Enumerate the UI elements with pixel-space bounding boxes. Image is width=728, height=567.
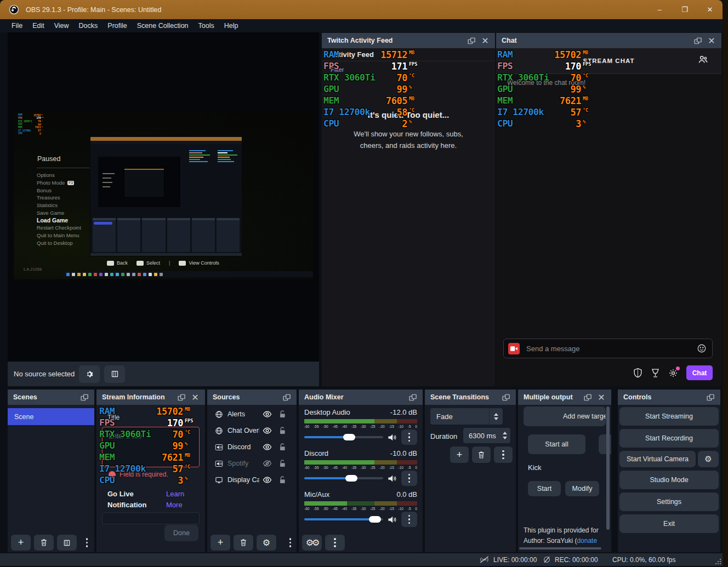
scenes-more-button[interactable]: [86, 538, 88, 547]
add-transition-button[interactable]: +: [450, 446, 469, 463]
start-virtual-camera-button[interactable]: Start Virtual Camera: [619, 451, 696, 467]
popout-icon[interactable]: [408, 393, 417, 401]
channel-options-button[interactable]: [401, 471, 417, 486]
viewers-icon[interactable]: [698, 55, 708, 64]
transitions-dock-header[interactable]: Scene Transitions: [425, 390, 516, 405]
volume-slider[interactable]: [304, 436, 383, 438]
visibility-toggle[interactable]: [261, 443, 272, 451]
remove-scene-button[interactable]: [34, 535, 54, 551]
popout-icon[interactable]: [282, 393, 291, 401]
done-button[interactable]: Done: [164, 525, 198, 541]
popout-icon[interactable]: [706, 393, 715, 401]
popout-icon[interactable]: [467, 37, 476, 44]
mute-toggle-icon[interactable]: [388, 433, 397, 442]
start-recording-button[interactable]: Start Recording: [619, 429, 719, 448]
title-input-invalid[interactable]: [102, 427, 200, 467]
maximize-button[interactable]: ❐: [672, 0, 697, 19]
add-scene-button[interactable]: +: [11, 535, 31, 551]
source-row[interactable]: Alerts: [207, 406, 297, 422]
visibility-toggle[interactable]: [261, 410, 272, 418]
mute-toggle-icon[interactable]: [388, 516, 397, 524]
notification-dropdown[interactable]: [102, 512, 200, 524]
info-dock-header[interactable]: Stream Information ✕: [96, 390, 205, 405]
target-start-button[interactable]: Start: [528, 481, 561, 496]
feed-filter[interactable]: Filter: [331, 66, 344, 73]
visibility-toggle[interactable]: [261, 427, 272, 434]
emote-icon[interactable]: [697, 343, 707, 353]
lock-toggle[interactable]: [278, 410, 286, 419]
chat-settings-icon[interactable]: [668, 368, 678, 378]
visibility-toggle[interactable]: [261, 476, 272, 484]
sources-more-button[interactable]: [289, 538, 292, 547]
popout-icon[interactable]: [502, 393, 510, 401]
close-icon[interactable]: ✕: [191, 393, 200, 401]
source-row[interactable]: Chat Overlay: [207, 422, 297, 439]
source-properties-button[interactable]: [79, 365, 100, 383]
sources-dock-header[interactable]: Sources: [207, 390, 297, 405]
start-all-button[interactable]: Start all: [528, 434, 585, 454]
remove-source-button[interactable]: [234, 535, 253, 551]
remove-transition-button[interactable]: [472, 446, 491, 463]
add-source-button[interactable]: +: [211, 535, 230, 551]
scene-list-item[interactable]: Scene: [8, 408, 94, 425]
channel-options-button[interactable]: [401, 429, 417, 445]
duration-spinner[interactable]: 6300 ms: [463, 428, 510, 443]
chat-message-input[interactable]: [525, 344, 697, 353]
menu-item[interactable]: Edit: [27, 20, 49, 31]
mute-toggle-icon[interactable]: [388, 474, 397, 483]
studio-mode-button[interactable]: Studio Mode: [619, 471, 719, 489]
scene-filters-button[interactable]: [57, 535, 77, 551]
virtual-camera-settings-button[interactable]: ⚙: [698, 451, 719, 467]
close-icon[interactable]: ✕: [597, 393, 606, 401]
settings-button[interactable]: Settings: [619, 492, 719, 511]
lock-toggle[interactable]: [278, 443, 286, 451]
moderation-shield-icon[interactable]: [633, 368, 642, 378]
volume-slider[interactable]: [304, 518, 383, 520]
menu-item[interactable]: Docks: [74, 20, 103, 31]
controls-dock-header[interactable]: Controls: [618, 390, 720, 405]
multiout-dock-header[interactable]: Multiple output ✕: [518, 390, 611, 405]
transition-select[interactable]: Fade: [430, 408, 503, 425]
source-row[interactable]: Display Capture: [207, 472, 297, 488]
mixer-dock-header[interactable]: Audio Mixer: [299, 390, 423, 405]
menu-item[interactable]: View: [49, 20, 74, 31]
mixer-more-button[interactable]: [325, 535, 345, 551]
start-streaming-button[interactable]: Start Streaming: [619, 407, 719, 426]
source-row[interactable]: Discord: [207, 439, 297, 455]
feed-dock-header[interactable]: Twitch Activity Feed ✕: [322, 33, 495, 48]
stream-title-input[interactable]: [107, 432, 192, 440]
learn-more-link[interactable]: LearnMore: [166, 489, 184, 511]
popout-icon[interactable]: [583, 393, 592, 401]
filters-button[interactable]: [104, 365, 125, 383]
channel-options-button[interactable]: [401, 512, 417, 527]
preview-area[interactable]: RAM15702MBFPS170FPSRTX 3060Ti70°CGPU99%M…: [8, 32, 319, 362]
menu-item[interactable]: Tools: [194, 20, 219, 31]
spinner-arrows-icon[interactable]: [499, 428, 510, 443]
source-row[interactable]: Spotify: [207, 455, 297, 472]
add-new-target-button[interactable]: Add new target: [524, 406, 606, 426]
transition-more-button[interactable]: [494, 446, 513, 463]
chat-input-box[interactable]: [503, 339, 713, 358]
target-modify-button[interactable]: Modify: [565, 481, 599, 496]
lock-toggle[interactable]: [278, 459, 286, 468]
scenes-dock-header[interactable]: Scenes: [8, 390, 94, 405]
menu-item[interactable]: Help: [219, 20, 243, 31]
close-icon[interactable]: ✕: [481, 37, 490, 44]
close-button[interactable]: ✕: [697, 0, 723, 19]
popout-icon[interactable]: [693, 37, 702, 44]
resize-grip[interactable]: [715, 559, 721, 564]
advanced-audio-button[interactable]: ⚙⚙: [302, 535, 322, 551]
exit-button[interactable]: Exit: [619, 514, 719, 533]
chat-dock-header[interactable]: Chat ✕: [496, 33, 721, 48]
bits-icon[interactable]: [651, 368, 660, 378]
menu-item[interactable]: Profile: [103, 20, 132, 31]
title-bar[interactable]: OBS 29.1.3 - Profile: Main - Scenes: Unt…: [0, 0, 723, 19]
lock-toggle[interactable]: [278, 476, 286, 484]
close-icon[interactable]: ✕: [707, 37, 716, 44]
popout-icon[interactable]: [80, 393, 89, 401]
donate-link[interactable]: donate: [577, 537, 597, 545]
menu-item[interactable]: File: [7, 20, 27, 31]
lock-toggle[interactable]: [278, 426, 286, 435]
popout-icon[interactable]: [177, 393, 186, 401]
horizontal-scrollbar[interactable]: [519, 547, 601, 549]
